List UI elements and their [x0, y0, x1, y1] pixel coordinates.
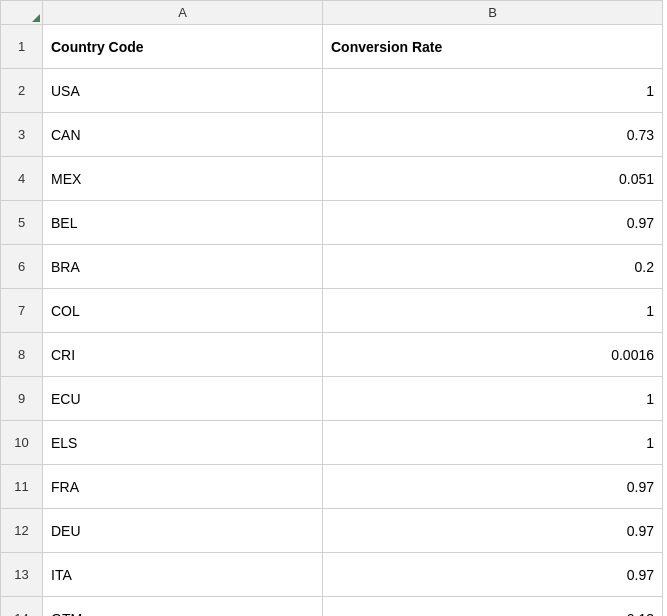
- cell-3-b[interactable]: 0.73: [323, 113, 663, 157]
- row-header-8[interactable]: 8: [1, 333, 43, 377]
- cell-5-b[interactable]: 0.97: [323, 201, 663, 245]
- row-header-11[interactable]: 11: [1, 465, 43, 509]
- cell-9-a[interactable]: ECU: [43, 377, 323, 421]
- cell-12-a[interactable]: DEU: [43, 509, 323, 553]
- cell-13-b[interactable]: 0.97: [323, 553, 663, 597]
- row-header-9[interactable]: 9: [1, 377, 43, 421]
- row-header-1[interactable]: 1: [1, 25, 43, 69]
- cell-11-a[interactable]: FRA: [43, 465, 323, 509]
- cell-1-b[interactable]: Conversion Rate: [323, 25, 663, 69]
- col-header-a[interactable]: A: [43, 1, 323, 25]
- cell-6-b[interactable]: 0.2: [323, 245, 663, 289]
- corner-cell[interactable]: [1, 1, 43, 25]
- cell-9-b[interactable]: 1: [323, 377, 663, 421]
- cell-14-b[interactable]: 0.13: [323, 597, 663, 617]
- row-header-6[interactable]: 6: [1, 245, 43, 289]
- row-header-10[interactable]: 10: [1, 421, 43, 465]
- cell-4-b[interactable]: 0.051: [323, 157, 663, 201]
- cell-11-b[interactable]: 0.97: [323, 465, 663, 509]
- cell-12-b[interactable]: 0.97: [323, 509, 663, 553]
- cell-6-a[interactable]: BRA: [43, 245, 323, 289]
- cell-4-a[interactable]: MEX: [43, 157, 323, 201]
- cell-8-b[interactable]: 0.0016: [323, 333, 663, 377]
- row-header-12[interactable]: 12: [1, 509, 43, 553]
- cell-2-a[interactable]: USA: [43, 69, 323, 113]
- cell-1-a[interactable]: Country Code: [43, 25, 323, 69]
- row-header-2[interactable]: 2: [1, 69, 43, 113]
- row-header-13[interactable]: 13: [1, 553, 43, 597]
- row-header-4[interactable]: 4: [1, 157, 43, 201]
- row-header-3[interactable]: 3: [1, 113, 43, 157]
- row-header-5[interactable]: 5: [1, 201, 43, 245]
- spreadsheet: A B 1Country CodeConversion Rate2USA13CA…: [0, 0, 663, 616]
- row-header-7[interactable]: 7: [1, 289, 43, 333]
- cell-2-b[interactable]: 1: [323, 69, 663, 113]
- cell-5-a[interactable]: BEL: [43, 201, 323, 245]
- cell-13-a[interactable]: ITA: [43, 553, 323, 597]
- cell-10-a[interactable]: ELS: [43, 421, 323, 465]
- cell-7-a[interactable]: COL: [43, 289, 323, 333]
- cell-3-a[interactable]: CAN: [43, 113, 323, 157]
- cell-14-a[interactable]: GTM: [43, 597, 323, 617]
- cell-7-b[interactable]: 1: [323, 289, 663, 333]
- col-header-b[interactable]: B: [323, 1, 663, 25]
- cell-8-a[interactable]: CRI: [43, 333, 323, 377]
- cell-10-b[interactable]: 1: [323, 421, 663, 465]
- corner-triangle: [32, 14, 40, 22]
- row-header-14[interactable]: 14: [1, 597, 43, 617]
